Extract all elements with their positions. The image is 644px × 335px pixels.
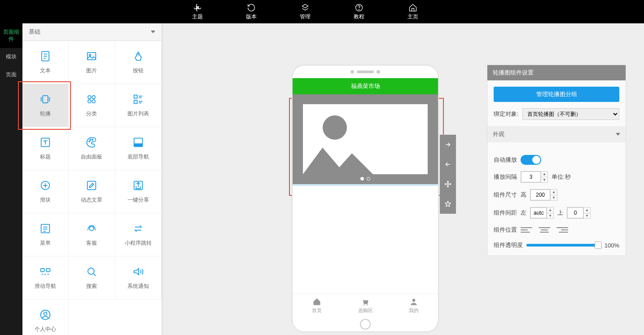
opacity-slider[interactable] [526, 244, 601, 247]
component-grid: 文本图片按钮轮播分类图片列表标题自由面板底部导航滑块动态文章一键分享菜单客服小程… [22, 41, 162, 335]
opacity-label: 组件透明度 [494, 241, 523, 249]
margin-top-label: 上 [557, 209, 563, 217]
svg-point-15 [90, 139, 91, 140]
share-icon [132, 179, 145, 192]
align-left-button[interactable] [521, 225, 532, 235]
svg-point-10 [92, 100, 96, 103]
tap-icon [132, 50, 145, 62]
opacity-value: 100% [605, 242, 619, 249]
manage-carousel-groups-button[interactable]: 管理轮播图分组 [494, 87, 619, 102]
t-box-icon [39, 136, 52, 149]
phone-home-button [293, 317, 438, 331]
component-search[interactable]: 搜索 [69, 256, 115, 300]
appearance-section-header[interactable]: 外观 [487, 126, 626, 142]
component-menu-box[interactable]: 菜单 [22, 213, 69, 256]
phone-header: 福鼎菜市场 [293, 78, 438, 94]
component-carousel[interactable]: 轮播 [22, 84, 69, 127]
carousel-icon [39, 93, 52, 106]
svg-point-35 [447, 186, 449, 187]
top-nav-manage[interactable]: 管理 [278, 3, 332, 21]
svg-point-9 [88, 100, 91, 103]
edit-icon [85, 179, 98, 192]
nav-home[interactable]: 首页 [293, 294, 341, 317]
svg-rect-18 [134, 143, 142, 146]
component-share[interactable]: 一键分享 [115, 170, 162, 213]
svg-point-7 [88, 96, 91, 99]
top-nav-version[interactable]: 版本 [224, 3, 278, 21]
component-slidenav[interactable]: 滑动导航 [22, 256, 69, 300]
action-star[interactable] [440, 194, 456, 214]
svg-rect-4 [88, 53, 96, 60]
component-slider[interactable]: 滑块 [22, 170, 69, 213]
component-palette[interactable]: 自由面板 [69, 127, 115, 170]
image-icon [85, 50, 98, 62]
theme-icon [193, 3, 202, 12]
sidebar-tab-page-components[interactable]: 页面组件 [0, 23, 22, 48]
interval-label: 播放间隔 [494, 173, 517, 181]
support-icon [85, 222, 98, 235]
grid4-icon [85, 93, 98, 106]
svg-point-34 [447, 181, 449, 182]
user-icon [409, 297, 418, 306]
bottomnav-icon [132, 136, 145, 149]
action-arrow-left[interactable] [440, 154, 456, 174]
svg-point-8 [92, 96, 96, 99]
height-input[interactable]: ▲▼ [530, 189, 557, 201]
search-icon [85, 265, 98, 278]
component-t-box[interactable]: 标题 [22, 127, 69, 170]
component-support[interactable]: 客服 [69, 213, 115, 256]
interval-input[interactable]: ▲▼ [521, 171, 548, 183]
component-grid4[interactable]: 分类 [69, 84, 115, 127]
side-action-bar [440, 135, 456, 214]
menu-box-icon [39, 222, 52, 235]
nav-me[interactable]: 我的 [390, 294, 438, 317]
svg-rect-11 [134, 95, 137, 98]
position-label: 组件位置 [494, 226, 517, 234]
svg-rect-20 [88, 181, 96, 190]
component-text[interactable]: 文本 [22, 41, 69, 84]
svg-point-36 [445, 184, 446, 185]
properties-panel: 轮播图组件设置 管理轮播图分组 绑定对象: 首页轮播图（不可删） 外观 自动播放… [487, 65, 626, 256]
swap-icon [132, 222, 145, 235]
svg-point-23 [90, 226, 94, 230]
top-nav-tutorial[interactable]: 教程 [332, 3, 386, 21]
text-icon [39, 50, 52, 62]
component-speaker[interactable]: 系统通知 [115, 256, 162, 300]
action-arrow-right[interactable] [440, 135, 456, 154]
svg-marker-29 [303, 148, 373, 174]
slider-thumb[interactable] [595, 242, 602, 249]
panel-header-basic[interactable]: 基础 [22, 23, 162, 41]
component-swap[interactable]: 小程序跳转 [115, 213, 162, 256]
svg-point-33 [447, 183, 449, 185]
margin-top-input[interactable]: ▲▼ [567, 207, 591, 219]
component-edit[interactable]: 动态文章 [69, 170, 115, 213]
component-list[interactable]: 图片列表 [115, 84, 162, 127]
cart-icon [361, 297, 370, 306]
component-image[interactable]: 图片 [69, 41, 115, 84]
component-user[interactable]: 个人中心 [22, 300, 69, 335]
margin-left-label: 左 [521, 209, 526, 217]
phone-carousel-widget[interactable] [293, 94, 438, 184]
svg-point-30 [364, 304, 365, 305]
top-nav-theme[interactable]: 主题 [171, 3, 224, 21]
sidebar-tab-modules[interactable]: 模块 [0, 48, 22, 66]
align-center-button[interactable] [539, 225, 550, 235]
refresh-icon [247, 3, 256, 12]
home-icon [312, 297, 321, 306]
action-settings[interactable] [440, 174, 456, 194]
component-bottomnav[interactable]: 底部导航 [115, 127, 162, 170]
top-nav-home[interactable]: 主页 [386, 3, 440, 21]
svg-rect-24 [41, 269, 44, 272]
nav-shop[interactable]: 选购区 [341, 294, 390, 317]
sidebar-tab-pages[interactable]: 页面 [0, 66, 22, 84]
bind-object-select[interactable]: 首页轮播图（不可删） [522, 108, 619, 120]
autoplay-toggle[interactable] [521, 155, 541, 165]
home-icon [408, 3, 417, 12]
svg-point-16 [92, 139, 93, 140]
svg-rect-6 [43, 96, 48, 103]
props-title: 轮播图组件设置 [487, 65, 626, 80]
margin-left-input[interactable]: ▲▼ [530, 207, 554, 219]
chevron-down-icon [151, 31, 155, 33]
align-right-button[interactable] [556, 225, 568, 235]
component-tap[interactable]: 按钮 [115, 41, 162, 84]
